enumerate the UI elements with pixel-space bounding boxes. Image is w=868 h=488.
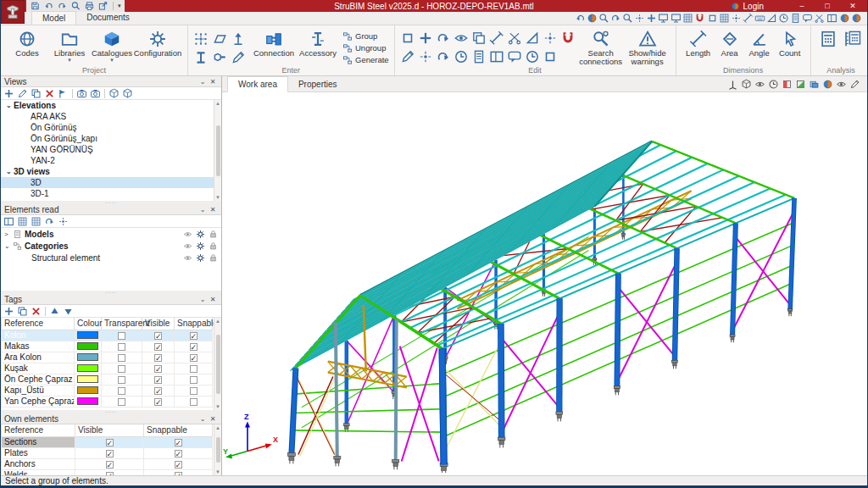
checkbox[interactable] (106, 461, 114, 469)
viewport-3d[interactable]: ZYX (222, 92, 867, 475)
expand-level-icon[interactable] (17, 216, 28, 227)
zoom-extents-icon[interactable] (587, 13, 598, 24)
window-layout-icon[interactable] (489, 49, 504, 64)
lock-icon[interactable] (209, 241, 218, 251)
tags-column-header[interactable]: Visible (142, 318, 175, 330)
tab-model[interactable]: Model (31, 11, 76, 25)
area-button[interactable]: Area (715, 28, 744, 58)
login-button[interactable]: Login (731, 2, 764, 11)
plate-insert-icon[interactable] (212, 31, 227, 47)
tags-close-button[interactable]: ✕ (208, 296, 218, 303)
full-screen-icon[interactable] (658, 13, 669, 24)
checkbox[interactable] (154, 398, 162, 406)
eye-icon[interactable] (183, 230, 192, 239)
set-square-icon[interactable] (525, 30, 540, 46)
zoom-previous-icon[interactable] (575, 13, 586, 24)
elements-read-row[interactable]: ⌄Categories (1, 240, 221, 252)
turntable-icon[interactable] (768, 79, 779, 90)
checkbox[interactable] (154, 365, 162, 373)
move-view-icon[interactable] (418, 30, 433, 46)
orbit-icon[interactable] (610, 13, 621, 24)
checkbox[interactable] (118, 365, 125, 373)
search-connections-button[interactable]: Search connections (577, 28, 625, 66)
view-tree-item[interactable]: ⌄3D views (1, 166, 221, 177)
book-icon[interactable] (13, 230, 22, 239)
view-tree-item[interactable]: YAN-2 (1, 155, 221, 166)
own-elements-collapse-button[interactable]: ⌄ (198, 415, 208, 423)
elements-read-close-button[interactable]: ✕ (208, 206, 218, 214)
collapse-all-icon[interactable] (3, 216, 14, 227)
count-button[interactable]: Count (775, 28, 805, 58)
generate-button[interactable]: Generate (342, 54, 389, 65)
grid-insert-icon[interactable] (193, 31, 209, 47)
axes-icon[interactable] (727, 79, 738, 90)
pen-icon[interactable] (849, 79, 860, 90)
own-elements-close-button[interactable]: ✕ (208, 415, 218, 423)
analysis-calc-button[interactable] (816, 28, 842, 48)
elements-read-collapse-button[interactable]: ⌄ (198, 206, 208, 214)
checkbox[interactable] (190, 376, 198, 384)
checkbox[interactable] (190, 387, 198, 395)
tag-colour-swatch[interactable] (77, 397, 98, 405)
cut-icon[interactable] (507, 30, 522, 46)
sitemap-icon[interactable] (13, 241, 22, 251)
accessory-button[interactable]: Accessory (297, 28, 339, 58)
pin-icon[interactable] (58, 216, 69, 227)
tags-column-header[interactable]: Snappable (175, 318, 213, 330)
tags-column-header[interactable]: Transparent (102, 318, 142, 330)
zoom-window-icon[interactable] (598, 13, 609, 24)
texture-icon[interactable] (682, 13, 693, 24)
grid-icon[interactable] (719, 13, 730, 24)
snapshot-icon[interactable] (76, 88, 87, 99)
panels-blue-icon[interactable] (809, 79, 820, 90)
tag-colour-swatch[interactable] (77, 364, 98, 372)
length-button[interactable]: Length (682, 28, 715, 58)
ortho-icon[interactable] (707, 13, 718, 24)
edit-view-icon[interactable] (17, 88, 28, 99)
codes-button[interactable]: Codes (6, 28, 48, 58)
own-elements-row[interactable]: Welds (2, 469, 213, 475)
checkbox[interactable] (154, 376, 162, 384)
connection-button[interactable]: Connection (251, 28, 297, 58)
checkbox[interactable] (175, 439, 182, 446)
ungroup-button[interactable]: Ungroup (342, 42, 389, 53)
web-icon[interactable] (839, 13, 850, 24)
tag-row[interactable]: Yan Cephe Çaprazlar (2, 396, 213, 407)
checkbox[interactable] (118, 343, 125, 351)
up-icon[interactable] (49, 306, 60, 317)
beam-insert-icon[interactable] (193, 50, 209, 65)
clock-icon[interactable] (525, 49, 540, 64)
libraries-button[interactable]: Libraries▾ (48, 28, 91, 62)
view-tree-item[interactable]: Ön Görünüş_kapı (1, 133, 221, 144)
view-tree-item[interactable]: ⌄Elevations (1, 100, 221, 111)
panel-red-icon[interactable] (782, 79, 793, 90)
minimize-button[interactable]: – (789, 1, 815, 12)
eye-icon[interactable] (183, 241, 192, 251)
sheet-icon[interactable] (790, 13, 801, 24)
add-icon[interactable] (3, 306, 14, 317)
checkbox[interactable] (175, 472, 182, 475)
tag-colour-swatch[interactable] (77, 342, 98, 350)
gear-icon[interactable] (196, 230, 205, 239)
delete-view-icon[interactable] (44, 88, 55, 99)
tag-row[interactable]: Makas (2, 341, 213, 352)
eye-icon[interactable] (183, 253, 192, 263)
view-tree-item[interactable]: YAN GÖRÜNÜŞ (1, 144, 221, 155)
tag-colour-swatch[interactable] (77, 331, 98, 339)
gear-icon[interactable] (196, 241, 205, 251)
close-button[interactable]: ✕ (840, 1, 865, 12)
views-close-button[interactable]: ✕ (208, 78, 218, 86)
render-sphere-icon[interactable] (822, 79, 833, 90)
tab-work-area[interactable]: Work area (227, 76, 288, 92)
checkbox[interactable] (118, 332, 125, 340)
checkbox[interactable] (190, 332, 198, 340)
window-layout-icon[interactable] (826, 13, 837, 24)
snap-magnet-icon[interactable] (694, 13, 705, 24)
save-scene-icon[interactable] (670, 13, 682, 24)
checkbox[interactable] (106, 439, 114, 446)
sheet-icon[interactable] (471, 49, 487, 64)
down-icon[interactable] (63, 306, 74, 317)
ortho-icon[interactable] (542, 49, 558, 64)
own-elements-row[interactable]: Plates (2, 447, 213, 458)
pencil-icon[interactable] (400, 30, 415, 46)
